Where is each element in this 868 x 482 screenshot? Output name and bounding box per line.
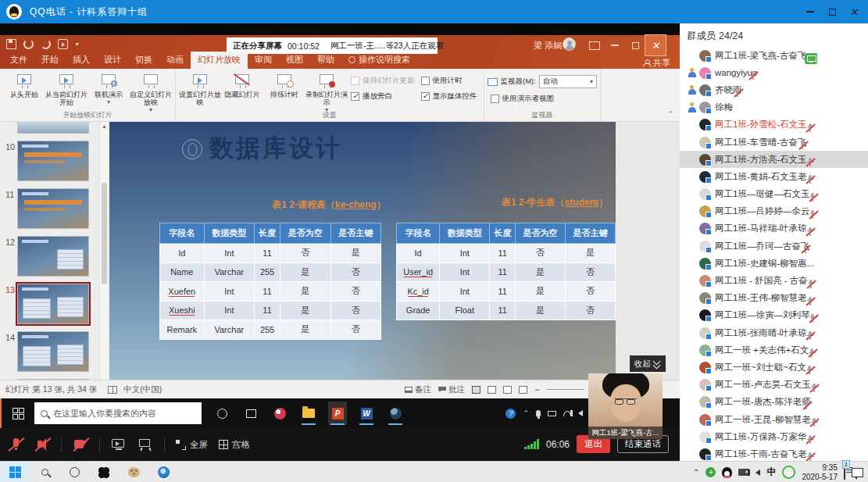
mic-muted-icon[interactable]: [733, 87, 743, 98]
slide-thumbnail-13[interactable]: [17, 284, 89, 324]
member-row[interactable]: 网工1班-万保路-万家华...: [680, 428, 868, 445]
ribbon-display-options-icon[interactable]: [584, 35, 605, 55]
account-name[interactable]: 梁 添娲: [534, 40, 562, 52]
save-icon[interactable]: [6, 39, 16, 49]
action-center-icon[interactable]: [852, 468, 863, 477]
qq-tray-icon[interactable]: [722, 467, 732, 478]
ppt-minimize-button[interactable]: [605, 35, 625, 55]
minimize-button[interactable]: [799, 0, 821, 23]
member-row[interactable]: 网工一班-王昆-柳智慧老...: [680, 411, 868, 428]
notes-button[interactable]: 备注: [405, 384, 431, 395]
slide-thumbnail-12[interactable]: [17, 236, 89, 277]
mic-muted-icon[interactable]: [809, 417, 819, 428]
thumbnail-scrollbar[interactable]: ▲: [99, 122, 108, 387]
tab-文件[interactable]: 文件: [3, 52, 34, 69]
app-icon-red[interactable]: [270, 402, 289, 425]
mic-muted-icon[interactable]: [805, 227, 815, 237]
member-row[interactable]: 网工1班—徐寅—刘利琴...: [680, 307, 868, 324]
member-row[interactable]: wangyiyue: [680, 64, 868, 81]
member-row[interactable]: 网工1班 - 舒国亮 - 古奋...: [680, 272, 868, 289]
slide-thumbnail-10[interactable]: [17, 141, 89, 181]
language-indicator[interactable]: 中文(中国): [123, 384, 162, 395]
monitor-dropdown[interactable]: 自动▾: [539, 75, 597, 88]
mic-muted-icon[interactable]: [805, 365, 815, 376]
share-button[interactable]: 共享: [643, 57, 670, 69]
member-row[interactable]: 网工1班—乔珂—古奋飞: [680, 237, 868, 255]
file-explorer-icon[interactable]: [299, 402, 318, 425]
member-row[interactable]: 网工一班-卢志昊-石文玉...: [680, 377, 868, 394]
tab-动画[interactable]: 动画: [159, 52, 191, 69]
cortana-button[interactable]: [213, 402, 231, 425]
ribbon-button[interactable]: 隐藏幻灯片: [221, 70, 263, 98]
redo-icon[interactable]: [41, 39, 51, 49]
slideshow-icon[interactable]: [58, 39, 68, 49]
mic-muted-icon[interactable]: [808, 192, 818, 203]
mic-muted-icon[interactable]: [805, 279, 816, 290]
whiteboard-icon[interactable]: [138, 437, 153, 452]
fullscreen-button[interactable]: 全屏: [176, 439, 208, 451]
start-button-local[interactable]: [0, 462, 30, 482]
help-tray-icon[interactable]: ?: [505, 409, 516, 419]
member-row[interactable]: 网工一班 +关志伟+石文...: [680, 341, 868, 359]
app-icon-clover[interactable]: [89, 462, 119, 482]
member-row[interactable]: 网工一班~刘士聪~石文...: [680, 359, 868, 376]
reading-view-icon[interactable]: [503, 386, 512, 394]
tab-审阅[interactable]: 审阅: [248, 52, 279, 69]
collapse-toolbar-button[interactable]: 收起: [630, 355, 666, 372]
collapse-ribbon-icon[interactable]: ⌃: [667, 110, 673, 118]
speaker-muted-icon[interactable]: [34, 437, 50, 452]
account-avatar[interactable]: [563, 37, 576, 51]
self-webcam-preview[interactable]: 网工1班-梁飞燕-古...: [588, 373, 663, 439]
spellcheck-icon[interactable]: [108, 386, 117, 394]
member-row[interactable]: 网工一班-唐杰-陈洋老师: [680, 394, 868, 411]
search-button-local[interactable]: [30, 462, 59, 482]
grid-view-button[interactable]: 宫格: [219, 439, 250, 451]
ime-indicator[interactable]: 中: [766, 466, 776, 479]
slide-thumbnail-14[interactable]: [17, 331, 89, 372]
member-row[interactable]: 网工1班-梁飞燕-古奋飞...: [680, 47, 868, 64]
ribbon-button[interactable]: 排练计时: [263, 70, 305, 98]
close-button[interactable]: ✕: [843, 0, 865, 23]
ppt-restore-button[interactable]: [625, 35, 645, 55]
mic-muted-icon[interactable]: [809, 383, 819, 394]
scrollbar-thumb[interactable]: [102, 183, 107, 284]
member-row[interactable]: 网工1班-方浩亮-石文玉...: [680, 151, 868, 168]
member-row[interactable]: 网工1班-张雨晴-叶承琼...: [680, 324, 868, 341]
mic-muted-icon[interactable]: [798, 140, 808, 151]
mic-muted-icon[interactable]: [748, 70, 758, 81]
slide-thumbnail-11[interactable]: [17, 188, 89, 229]
checkbox-使用演示者视图[interactable]: 使用演示者视图: [491, 94, 594, 104]
ribbon-button[interactable]: 录制幻灯片演示: [305, 70, 348, 114]
checkbox-使用计时[interactable]: 使用计时: [421, 76, 477, 86]
qat-customize-icon[interactable]: ▾: [75, 41, 78, 48]
mic-muted-icon[interactable]: [808, 209, 818, 220]
member-row[interactable]: 网工1班-史建铜-柳智惠...: [680, 255, 868, 272]
volume-icon[interactable]: [578, 410, 583, 416]
mic-muted-icon[interactable]: [805, 123, 815, 134]
clock[interactable]: 9:35 2020-5-17: [802, 463, 838, 482]
ribbon-button[interactable]: 从当前幻灯片开始: [45, 70, 88, 106]
mic-tray-icon[interactable]: [536, 410, 541, 417]
mic-muted-icon[interactable]: [800, 244, 810, 255]
member-row[interactable]: 网工1班-黄娟-石文玉老...: [680, 168, 868, 185]
battery-icon[interactable]: [548, 411, 556, 416]
mic-muted-icon[interactable]: [8, 437, 23, 452]
member-row[interactable]: 网工1班-孙雪松-石文玉...: [680, 116, 868, 134]
mic-muted-icon[interactable]: [805, 157, 815, 168]
mic-muted-icon[interactable]: [802, 400, 812, 411]
mic-muted-icon[interactable]: [805, 434, 815, 445]
checkbox-播放旁白[interactable]: 播放旁白: [351, 91, 415, 102]
coin-tray-icon[interactable]: +: [705, 467, 716, 477]
slide-sorter-icon[interactable]: [488, 386, 496, 394]
ribbon-button[interactable]: 自定义幻灯片放映: [130, 70, 172, 114]
taskbar-search-box[interactable]: 在这里输入你要搜索的内容: [34, 402, 202, 424]
slide-thumbnail-partial[interactable]: [17, 122, 89, 134]
share-screen-icon[interactable]: [111, 437, 127, 452]
member-row[interactable]: 网工1班-车雪晴-古奋飞: [680, 134, 868, 151]
tab-帮助[interactable]: 帮助: [310, 52, 341, 69]
mic-muted-icon[interactable]: [805, 296, 815, 307]
start-button[interactable]: [0, 398, 34, 428]
member-row[interactable]: 网工1班-干雨-古奋飞老...: [680, 445, 868, 461]
safety-tray-icon[interactable]: 27: [782, 466, 795, 479]
cortana-button-local[interactable]: [59, 462, 89, 482]
